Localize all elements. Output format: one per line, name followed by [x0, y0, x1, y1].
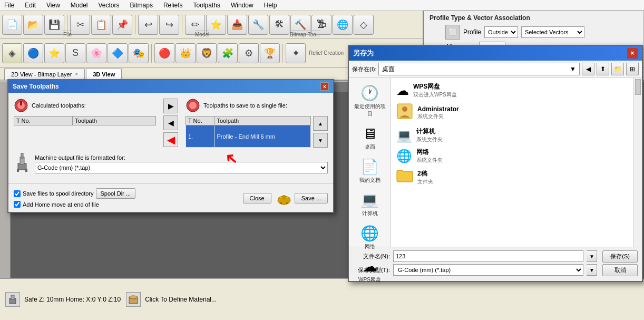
tab-2d-close[interactable]: × [75, 71, 78, 77]
menu-view[interactable]: View [44, 1, 62, 10]
home-checkbox[interactable] [14, 201, 21, 208]
file-wps-desc: 双击进入WPS网盘 [413, 91, 628, 99]
close-btn[interactable]: Close [243, 193, 271, 203]
tab-2d-view[interactable]: 2D View - Bitmap Layer × [4, 68, 85, 80]
file-folder-icon [396, 168, 413, 186]
nav-new-folder-btn[interactable]: 📁 [611, 63, 624, 75]
relief-btn-6[interactable]: 🔷 [108, 43, 128, 63]
toolbar-save[interactable]: 💾 [44, 15, 64, 35]
move-left-red-btn[interactable]: ◀ [163, 132, 178, 147]
filesave-cancel-btn[interactable]: 取消 [602, 264, 638, 276]
move-up-btn[interactable]: ▲ [313, 116, 328, 131]
relief-btn-13[interactable]: 🏆 [260, 43, 280, 63]
relief-btn-2[interactable]: 🔵 [23, 43, 43, 63]
vector-dropdown[interactable]: Selected Vectors All Vectors [521, 26, 584, 38]
toolbar-paste[interactable]: 📌 [112, 15, 132, 35]
relief-btn-12[interactable]: ⚙ [239, 43, 259, 63]
material-item[interactable]: Click To Define Material... [126, 292, 217, 307]
menu-help[interactable]: Help [262, 1, 279, 10]
menu-edit[interactable]: Edit [23, 1, 38, 10]
filetype-dropdown[interactable]: ▼ [587, 264, 597, 276]
menu-bitmaps[interactable]: Bitmaps [128, 1, 155, 10]
scrollbar-thumb[interactable] [635, 79, 641, 95]
sidebar-computer[interactable]: 💻 计算机 [351, 189, 388, 219]
relief-btn-1[interactable]: ◈ [2, 43, 22, 63]
relief-btn-4[interactable]: S [65, 43, 85, 63]
toolbar-cut[interactable]: ✂ [70, 15, 90, 35]
menu-vectors[interactable]: Vectors [96, 1, 122, 10]
filesave-title-text: 另存为 [353, 49, 374, 58]
filename-input[interactable] [393, 250, 583, 262]
menu-file[interactable]: File [2, 1, 16, 10]
sidebar-network[interactable]: 🌐 网络 [351, 222, 388, 253]
filesave-footer: 文件名(N): ▼ 保存类型(T): G-Code (mm) (*.tap) ▼… [349, 247, 642, 281]
machine-label: Machine output file is formatted for: [35, 154, 328, 161]
menu-model[interactable]: Model [69, 1, 90, 10]
toolbar-tool5[interactable]: 🌐 [333, 15, 353, 35]
save-toolpaths-title-bar[interactable]: Save Toolpaths × [8, 80, 333, 93]
menu-reliefs[interactable]: Reliefs [161, 1, 185, 10]
filesave-file-list[interactable]: ☁ WPS网盘 双击进入WPS网盘 Administrator 系统文件夹 [391, 78, 633, 247]
relief-creation-label: Relief Creation [309, 50, 344, 56]
nav-view-btn[interactable]: ⊞ [626, 63, 639, 75]
nav-back-btn[interactable]: ◀ [582, 63, 594, 75]
filesave-scrollbar[interactable] [633, 78, 642, 247]
filesave-title-bar[interactable]: 另存为 × [349, 46, 642, 61]
toolbar-tool2[interactable]: 🛠 [269, 15, 289, 35]
material-label: Click To Define Material... [145, 296, 217, 303]
toolbar-copy[interactable]: 📋 [91, 15, 111, 35]
tab-3d-view[interactable]: 3D View [86, 68, 122, 80]
filename-dropdown[interactable]: ▼ [587, 250, 597, 262]
location-combo[interactable]: 桌面 ▼ [378, 63, 580, 75]
toolbar-undo[interactable]: ↩ [138, 15, 158, 35]
relief-btn-3[interactable]: ⭐ [44, 43, 64, 63]
relief-btn-10[interactable]: 🦁 [197, 43, 217, 63]
table-row[interactable]: 1. Profile - End Mill 6 mm [186, 125, 311, 148]
list-item[interactable]: 💻 计算机 系统文件夹 [393, 125, 631, 146]
spool-checkbox[interactable] [14, 190, 21, 197]
menu-toolpaths[interactable]: Toolpaths [191, 1, 222, 10]
list-item[interactable]: ☁ WPS网盘 双击进入WPS网盘 [393, 80, 631, 101]
save-btn[interactable]: Save ... [295, 193, 328, 203]
relief-btn-8[interactable]: 🔴 [154, 43, 174, 63]
move-down-btn[interactable]: ▼ [313, 133, 328, 148]
toolbar-new[interactable]: 📄 [2, 15, 22, 35]
machine-select[interactable]: G-Code (mm) (*.tap) G-Code (inch) (*.tap… [35, 162, 328, 173]
computer-label: 计算机 [362, 210, 378, 217]
file-folder-info: 2稿 文件夹 [417, 169, 628, 186]
toolbar-import[interactable]: 📥 [227, 15, 247, 35]
list-item[interactable]: 2稿 文件夹 [393, 166, 631, 188]
relief-btn-9[interactable]: 👑 [175, 43, 196, 63]
to-save-table[interactable]: T No. Toolpath 1. Profile - End Mill 6 m… [186, 116, 311, 148]
toolbar-tool1[interactable]: 🔧 [248, 15, 268, 35]
svg-rect-7 [21, 153, 23, 158]
separator-r1 [151, 44, 152, 63]
desktop-label: 桌面 [365, 143, 375, 151]
toolbar-tool6[interactable]: ◇ [354, 15, 374, 35]
bottom-panel: Safe Z: 10mm Home: X:0 Y:0 Z:10 Click To… [0, 278, 644, 320]
file-admin-name: Administrator [417, 105, 628, 113]
relief-btn-5[interactable]: 🌸 [86, 43, 106, 63]
list-item[interactable]: Administrator 系统文件夹 [393, 101, 631, 125]
move-right-btn[interactable]: ▶ [163, 99, 178, 113]
spool-label: Save files to spool directory [23, 190, 94, 197]
relief-editing-1[interactable]: ✦ [286, 43, 306, 63]
profile-dropdown[interactable]: Outside Inside On [484, 26, 518, 38]
sidebar-desktop[interactable]: 🖥 桌面 [351, 123, 388, 153]
spool-dir-btn[interactable]: Spool Dir ... [96, 188, 135, 199]
save-toolpaths-close-btn[interactable]: × [320, 82, 329, 91]
filesave-save-btn[interactable]: 保存(S) [602, 250, 638, 263]
list-item[interactable]: 🌐 网络 系统文件夹 [393, 146, 631, 166]
move-left-btn[interactable]: ◀ [163, 115, 178, 130]
relief-btn-11[interactable]: 🧩 [218, 43, 238, 63]
filetype-select[interactable]: G-Code (mm) (*.tap) [393, 264, 583, 276]
relief-btn-7[interactable]: 🎭 [129, 43, 149, 63]
profile-icon: ⬜ [445, 25, 460, 40]
sidebar-recent[interactable]: 🕐 最近使用的项目 [351, 82, 388, 120]
toolbar-open[interactable]: 📂 [23, 15, 43, 35]
menu-window[interactable]: Window [229, 1, 256, 10]
filesave-close-btn[interactable]: × [627, 48, 638, 59]
toolbar-redo[interactable]: ↪ [159, 15, 179, 35]
nav-up-btn[interactable]: ⬆ [597, 63, 609, 75]
sidebar-documents[interactable]: 📄 我的文档 [351, 156, 388, 186]
